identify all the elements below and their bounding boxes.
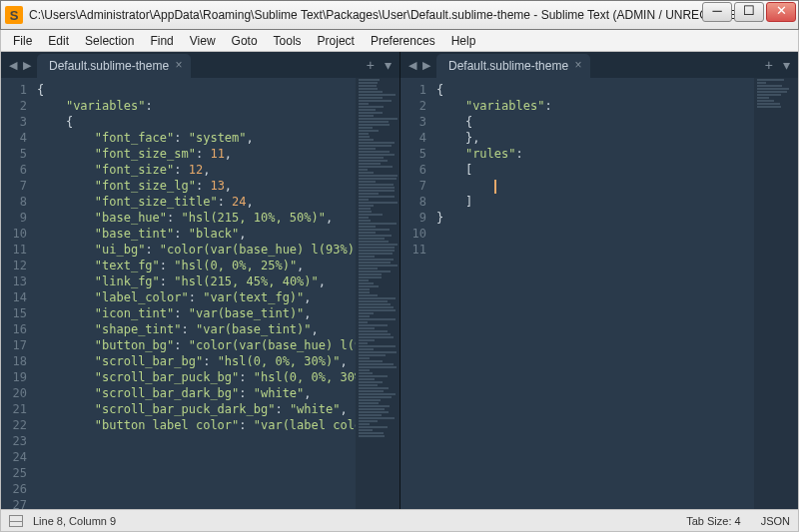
tab-menu-icon[interactable]: ▾ (385, 57, 392, 73)
app-icon: S (5, 6, 23, 24)
editor-pane-left: ◀ ▶ Default.sublime-theme × + ▾ 12345678… (1, 52, 400, 509)
tab-active[interactable]: Default.sublime-theme × (37, 54, 191, 78)
editor-area[interactable]: 1234567891011121314151617181920212223242… (1, 78, 400, 509)
panel-switcher-icon[interactable] (9, 515, 23, 527)
tab-label: Default.sublime-theme (49, 59, 169, 73)
workspace: ◀ ▶ Default.sublime-theme × + ▾ 12345678… (0, 52, 799, 510)
window-maximize-button[interactable]: ☐ (734, 2, 764, 22)
menu-item-tools[interactable]: Tools (266, 32, 310, 50)
new-tab-icon[interactable]: + (367, 57, 375, 73)
tab-nav-right-icon[interactable]: ▶ (420, 59, 432, 72)
menu-item-project[interactable]: Project (310, 32, 363, 50)
menu-item-file[interactable]: File (5, 32, 40, 50)
status-syntax[interactable]: JSON (761, 515, 790, 527)
tab-label: Default.sublime-theme (448, 59, 568, 73)
window-minimize-button[interactable]: ─ (702, 2, 732, 22)
menu-item-preferences[interactable]: Preferences (363, 32, 443, 50)
tab-nav-right-icon[interactable]: ▶ (21, 59, 33, 72)
status-tab-size[interactable]: Tab Size: 4 (686, 515, 740, 527)
menu-item-find[interactable]: Find (142, 32, 181, 50)
line-number-gutter: 1234567891011 (400, 78, 432, 509)
tab-nav-left-icon[interactable]: ◀ (7, 59, 19, 72)
tab-bar: ◀ ▶ Default.sublime-theme × + ▾ (400, 52, 798, 78)
editor-area[interactable]: 1234567891011 { "variables": { }, "rules… (400, 78, 798, 509)
status-cursor-position[interactable]: Line 8, Column 9 (33, 515, 116, 527)
tab-close-icon[interactable]: × (572, 59, 584, 71)
minimap[interactable] (356, 78, 400, 509)
tab-menu-icon[interactable]: ▾ (783, 57, 790, 73)
window-title: C:\Users\Administrator\AppData\Roaming\S… (29, 8, 764, 22)
code-content[interactable]: { "variables": { "font_face": "system", … (33, 78, 356, 509)
window-titlebar: S C:\Users\Administrator\AppData\Roaming… (0, 0, 799, 30)
window-close-button[interactable]: ✕ (766, 2, 796, 22)
editor-pane-right: ◀ ▶ Default.sublime-theme × + ▾ 12345678… (400, 52, 798, 509)
menu-item-edit[interactable]: Edit (40, 32, 77, 50)
code-content[interactable]: { "variables": { }, "rules": [ ]} (432, 78, 754, 509)
new-tab-icon[interactable]: + (765, 57, 773, 73)
tab-nav-left-icon[interactable]: ◀ (406, 59, 418, 72)
tab-active[interactable]: Default.sublime-theme × (436, 54, 590, 78)
menu-item-selection[interactable]: Selection (77, 32, 142, 50)
menu-item-help[interactable]: Help (443, 32, 484, 50)
status-bar: Line 8, Column 9 Tab Size: 4 JSON (0, 510, 799, 532)
minimap[interactable] (754, 78, 798, 509)
line-number-gutter: 1234567891011121314151617181920212223242… (1, 78, 33, 509)
menu-item-view[interactable]: View (182, 32, 224, 50)
menu-bar: FileEditSelectionFindViewGotoToolsProjec… (0, 30, 799, 52)
tab-bar: ◀ ▶ Default.sublime-theme × + ▾ (1, 52, 400, 78)
menu-item-goto[interactable]: Goto (224, 32, 266, 50)
tab-close-icon[interactable]: × (173, 59, 185, 71)
